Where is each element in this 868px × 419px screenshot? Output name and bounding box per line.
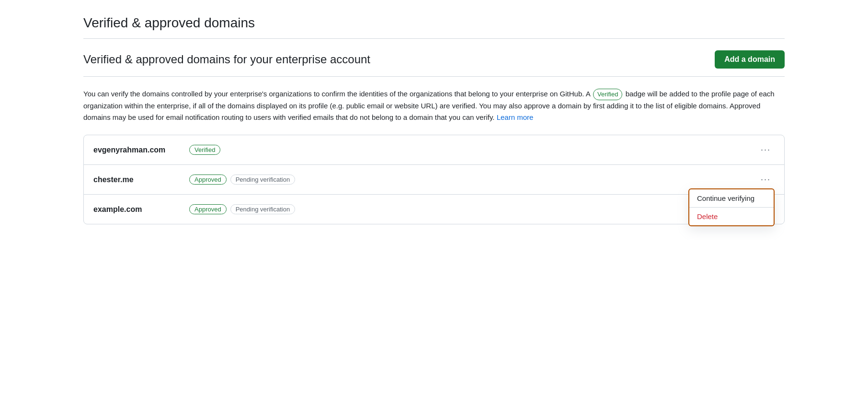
verified-badge-inline: Verified (593, 89, 622, 101)
section-header: Verified & approved domains for your ent… (83, 50, 785, 69)
page-title: Verified & approved domains (83, 15, 785, 31)
description-before-badge: You can verify the domains controlled by… (83, 90, 590, 98)
three-dots-button[interactable]: ··· (757, 143, 775, 157)
section-divider (83, 38, 785, 39)
domain-name: example.com (93, 205, 189, 214)
domain-name: chester.me (93, 175, 189, 184)
domains-container: evgenyrahman.comVerified···chester.meApp… (83, 135, 785, 224)
domain-badges: ApprovedPending verification (189, 175, 295, 185)
domain-row: evgenyrahman.comVerified··· (84, 135, 784, 165)
domain-badges: Verified (189, 145, 220, 155)
three-dots-button[interactable]: ··· (757, 173, 775, 186)
page-wrapper: Verified & approved domains Verified & a… (60, 0, 808, 240)
domain-badges: ApprovedPending verification (189, 204, 295, 214)
badge-pending: Pending verification (230, 175, 295, 185)
badge-approved: Approved (189, 204, 227, 214)
content-divider (83, 76, 785, 77)
add-domain-button[interactable]: Add a domain (715, 50, 785, 69)
learn-more-link[interactable]: Learn more (497, 113, 534, 121)
badge-pending: Pending verification (230, 204, 295, 214)
domain-name: evgenyrahman.com (93, 146, 189, 154)
description-text: You can verify the domains controlled by… (83, 88, 785, 123)
domain-row: chester.meApprovedPending verification··… (84, 165, 784, 195)
badge-verified: Verified (189, 145, 220, 155)
row-actions: ···Continue verifyingDelete (757, 173, 775, 186)
badge-approved: Approved (189, 175, 227, 185)
continue-verifying-menu-item[interactable]: Continue verifying (689, 189, 774, 207)
section-title: Verified & approved domains for your ent… (83, 53, 370, 66)
delete-menu-item[interactable]: Delete (689, 208, 774, 225)
row-actions: ··· (757, 143, 775, 157)
dropdown-menu: Continue verifyingDelete (688, 188, 775, 226)
domain-row: example.comApprovedPending verification·… (84, 195, 784, 224)
